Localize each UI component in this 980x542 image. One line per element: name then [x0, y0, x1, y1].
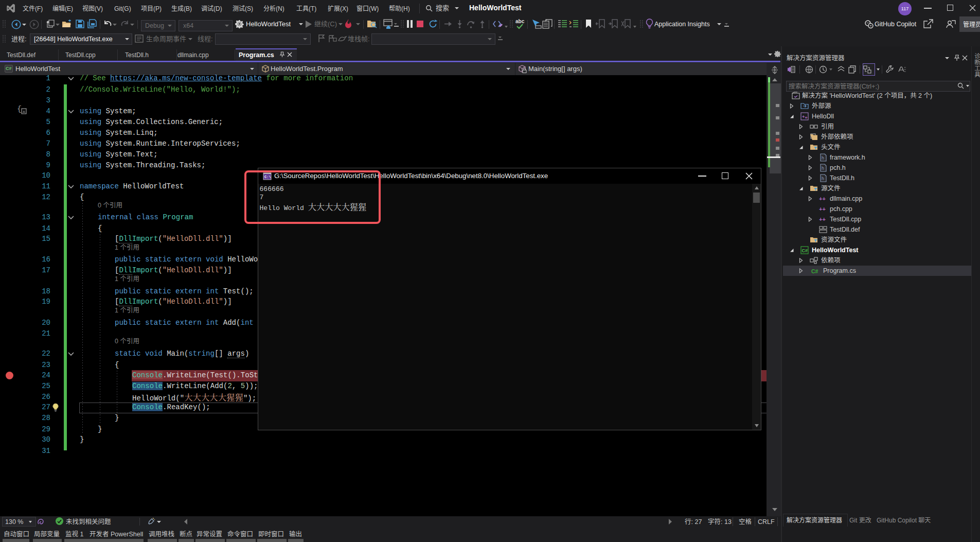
- svg-text:h: h: [822, 176, 824, 181]
- svg-text:h: h: [822, 155, 824, 161]
- svg-text:++: ++: [819, 216, 826, 222]
- svg-text:C#: C#: [811, 268, 818, 274]
- svg-text:C#: C#: [802, 248, 808, 253]
- svg-text:h: h: [822, 166, 824, 171]
- svg-text:++: ++: [802, 114, 808, 120]
- svg-text:++: ++: [819, 196, 826, 202]
- svg-text:++: ++: [819, 206, 826, 212]
